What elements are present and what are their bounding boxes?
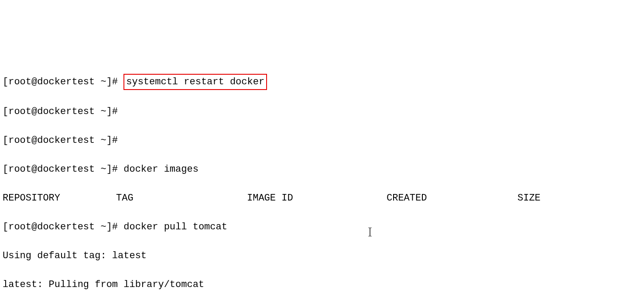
terminal-output[interactable]: [root@dockertest ~]# systemctl restart d… [3, 59, 641, 308]
shell-prompt: [root@dockertest ~]# [3, 135, 118, 146]
shell-prompt: [root@dockertest ~]# [3, 164, 118, 175]
output-pulling: latest: Pulling from library/tomcat [3, 277, 641, 292]
shell-prompt: [root@dockertest ~]# [3, 221, 118, 232]
output-layer: 57df1a1f1ad8: Pull complete [3, 306, 641, 308]
table-header-row: REPOSITORYTAGIMAGE IDCREATEDSIZE [3, 191, 641, 205]
header-size: SIZE [517, 191, 541, 205]
command-text: systemctl restart docker [126, 76, 264, 87]
output-defaulttag: Using default tag: latest [3, 249, 641, 263]
command-line-5: [root@dockertest ~]# docker pull tomcat [3, 220, 641, 234]
command-line-1: [root@dockertest ~]# systemctl restart d… [3, 74, 641, 90]
command-text: docker images [123, 164, 199, 175]
text-cursor-caret [357, 212, 372, 241]
caret-icon [368, 228, 372, 236]
header-imageid: IMAGE ID [247, 191, 387, 205]
shell-prompt: [root@dockertest ~]# [3, 106, 118, 117]
shell-prompt: [root@dockertest ~]# [3, 76, 118, 87]
header-tag: TAG [116, 191, 247, 205]
highlighted-command: systemctl restart docker [123, 74, 267, 90]
command-line-3: [root@dockertest ~]# [3, 133, 641, 148]
header-repository: REPOSITORY [3, 191, 116, 205]
header-created: CREATED [387, 191, 517, 205]
command-line-4: [root@dockertest ~]# docker images [3, 162, 641, 176]
command-text: docker pull tomcat [123, 221, 227, 232]
command-line-2: [root@dockertest ~]# [3, 104, 641, 119]
